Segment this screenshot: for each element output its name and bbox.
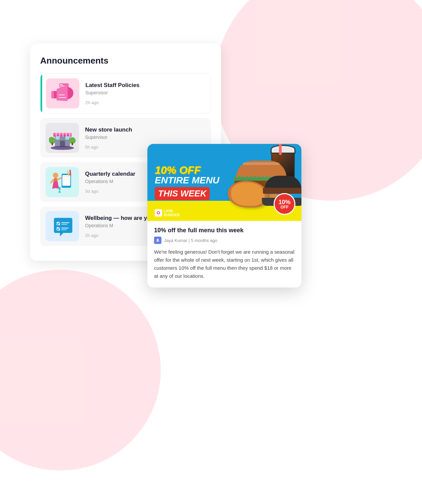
svg-rect-4: [59, 94, 65, 95]
promo-badge: 10% OFF: [274, 193, 295, 215]
svg-point-43: [158, 212, 159, 213]
svg-rect-38: [61, 224, 67, 225]
lion-burger-text: LIONBURGER: [164, 209, 180, 217]
promo-title: 10% off the full menu this week: [154, 227, 295, 234]
calendar-person-icon: [49, 169, 76, 195]
svg-rect-25: [63, 176, 66, 177]
promo-10off-label: 10% OFF: [155, 165, 219, 175]
svg-line-31: [51, 179, 54, 183]
svg-rect-20: [52, 143, 53, 145]
badge-percent-text: 10%: [278, 199, 290, 205]
lion-burger-icon: [155, 209, 162, 217]
svg-rect-2: [60, 86, 65, 86]
checklist-icon: [51, 215, 74, 238]
svg-point-17: [51, 146, 74, 150]
announcement-item-1[interactable]: Latest Staff Policies Supervisor 2h ago: [40, 73, 211, 113]
lion-burger-logo-area: LIONBURGER: [155, 209, 180, 217]
promo-card[interactable]: 10% OFF ENTIRE MENU THIS WEEK: [147, 144, 301, 287]
dark-patty: [263, 188, 301, 194]
svg-rect-16: [65, 136, 69, 140]
promo-thisweek-label: THIS WEEK: [158, 188, 206, 198]
bun-top: [236, 161, 286, 177]
promo-author-row: Jaya Kumar | 5 months ago: [154, 237, 295, 244]
promo-author-icon: [154, 237, 161, 244]
thumb-store-launch: [46, 123, 79, 153]
svg-point-29: [53, 173, 58, 178]
svg-rect-11: [62, 133, 64, 137]
ann-author-2: Supervisor: [85, 135, 206, 140]
svg-rect-15: [56, 136, 60, 140]
svg-point-45: [157, 239, 159, 241]
ann-author-1: Supervisor: [85, 90, 205, 95]
promo-content: 10% off the full menu this week Jaya Kum…: [147, 221, 301, 287]
promo-author-time: 5 months ago: [191, 238, 217, 243]
svg-rect-41: [61, 229, 67, 230]
svg-point-19: [49, 137, 54, 142]
dark-bun-top: [265, 176, 301, 189]
svg-rect-1: [60, 84, 63, 85]
badge-off-text: OFF: [281, 205, 289, 209]
svg-rect-22: [72, 143, 73, 145]
thumb-staff-policies: [46, 78, 79, 108]
lion-icon: [156, 211, 161, 215]
promo-author-name: Jaya Kumar: [164, 238, 187, 243]
megaphone-icon: [49, 82, 76, 105]
svg-rect-28: [63, 179, 68, 180]
svg-line-32: [58, 178, 61, 179]
bg-circle-bottom: [0, 270, 161, 471]
svg-rect-5: [59, 97, 66, 98]
svg-rect-3: [51, 91, 54, 98]
ann-time-1: 2h ago: [85, 100, 205, 105]
user-icon: [155, 238, 160, 243]
promo-banner: 10% OFF ENTIRE MENU THIS WEEK: [147, 144, 301, 221]
promo-entire-label: ENTIRE MENU: [155, 175, 219, 186]
thumb-quarterly: [46, 167, 79, 197]
promo-author-text: Jaya Kumar | 5 months ago: [164, 238, 217, 243]
announcements-title: Announcements: [40, 56, 211, 66]
svg-rect-40: [61, 228, 69, 229]
announcement-content-1: Latest Staff Policies Supervisor 2h ago: [85, 82, 205, 105]
promo-body: We're feeling generous! Don't forget we …: [154, 248, 295, 280]
ann-title-2: New store launch: [85, 127, 206, 133]
svg-rect-37: [61, 222, 69, 223]
ann-title-1: Latest Staff Policies: [85, 82, 205, 89]
cola-straw: [279, 144, 282, 155]
promo-author-separator: |: [189, 238, 191, 243]
svg-rect-27: [63, 178, 69, 178]
promo-text-area: 10% OFF ENTIRE MENU THIS WEEK: [147, 158, 219, 207]
thumb-wellbeing: [46, 211, 79, 241]
svg-rect-13: [69, 133, 70, 137]
store-icon: [48, 124, 77, 151]
svg-rect-33: [59, 187, 61, 190]
promo-thisweek-box: THIS WEEK: [155, 187, 210, 200]
